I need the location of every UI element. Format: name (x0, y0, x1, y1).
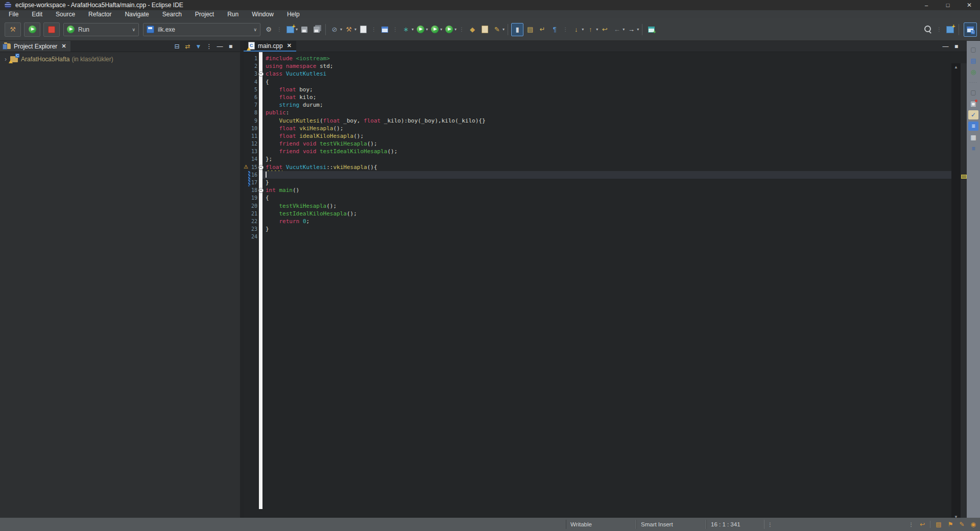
properties-icon[interactable]: ▦ (968, 133, 978, 142)
overview-warning-marker[interactable] (961, 175, 967, 179)
code-line[interactable]: float VucutKutlesi::vkiHesapla(){ (262, 163, 951, 171)
menu-refactor[interactable]: Refactor (82, 10, 118, 18)
previous-annotation-button[interactable]: ↑ (585, 23, 596, 36)
view-menu-icon[interactable]: ⋮ (204, 43, 214, 50)
code-line[interactable]: return 0; (262, 218, 951, 225)
search-flashlight-button[interactable]: ✎ (491, 23, 503, 36)
link-with-editor-icon[interactable]: ⇄ (182, 43, 193, 50)
launch-settings-gear-icon[interactable]: ⚙ (263, 23, 274, 36)
minimize-window-button[interactable]: – (916, 0, 937, 10)
code-line[interactable]: { (262, 78, 951, 86)
code-line[interactable]: #include <iostream> (262, 55, 951, 62)
code-line[interactable]: string durum; (262, 101, 951, 109)
combo-chevron-icon[interactable]: ∨ (253, 27, 257, 32)
code-line[interactable]: float boy; (262, 86, 951, 93)
project-explorer-tree[interactable]: ›ArafatHoca5Hafta(in klasörlükler) (0, 52, 240, 64)
dropdown-caret-icon[interactable]: ▾ (503, 27, 505, 32)
word-wrap-button[interactable]: ↵ (537, 23, 548, 36)
code-line[interactable]: }; (262, 155, 951, 163)
save-all-button[interactable] (311, 23, 322, 36)
menu-file[interactable]: File (2, 10, 25, 18)
menu-navigate[interactable]: Navigate (118, 10, 155, 18)
console-icon[interactable]: ≡ (968, 122, 978, 131)
folding-bar[interactable] (259, 52, 262, 509)
maximize-editor-icon[interactable]: ■ (951, 43, 962, 50)
collapse-all-icon[interactable]: ⊟ (172, 43, 182, 50)
forward-history-button[interactable]: → (626, 23, 637, 36)
open-perspective-button[interactable] (944, 23, 955, 36)
close-window-button[interactable]: ✕ (959, 0, 980, 10)
new-wizard-button[interactable] (284, 23, 296, 36)
code-area[interactable]: #include <iostream>using namespace std;c… (262, 52, 951, 509)
menu-run[interactable]: Run (221, 10, 245, 18)
menu-project[interactable]: Project (188, 10, 221, 18)
menu-help[interactable]: Help (280, 10, 306, 18)
combo-chevron-icon[interactable]: ∨ (132, 27, 135, 32)
code-line[interactable]: float idealKiloHesapla(); (262, 132, 951, 140)
code-line[interactable]: float kilo; (262, 93, 951, 101)
run-as-button[interactable] (429, 23, 440, 36)
dropdown-caret-icon[interactable]: ▾ (440, 27, 442, 32)
restore-views-icon[interactable]: ▢ (968, 45, 978, 54)
code-line[interactable]: class VucutKutlesi (262, 70, 951, 78)
call-hierarchy-icon[interactable]: ≡ (968, 144, 978, 153)
launch-mode-combo[interactable]: Run∨ (63, 23, 139, 36)
documentation-icon[interactable]: ▤ (936, 521, 941, 528)
clipboard-button[interactable] (479, 23, 490, 36)
quick-search-button[interactable] (923, 23, 934, 36)
maximize-window-button[interactable]: □ (937, 0, 959, 10)
quickfix-warning-icon[interactable]: ⚠ (244, 164, 248, 170)
dropdown-caret-icon[interactable]: ▾ (340, 27, 342, 32)
code-line[interactable]: { (262, 194, 951, 202)
restore-views-bottom-icon[interactable]: ▢ (968, 88, 978, 97)
code-line[interactable]: testVkiHesapla(); (262, 202, 951, 210)
code-line[interactable]: float vkiHesapla(); (262, 125, 951, 132)
code-line[interactable]: } (262, 179, 951, 186)
new-document-button[interactable] (357, 23, 369, 36)
coverage-button[interactable]: ∗ (400, 23, 412, 36)
code-line[interactable]: friend void testVkiHesapla(); (262, 140, 951, 148)
outline-icon[interactable]: ▤ (968, 56, 978, 65)
tab-main-cpp[interactable]: main.cpp ✕ (244, 41, 296, 52)
close-project-explorer-icon[interactable]: ✕ (61, 43, 66, 50)
minimize-editor-icon[interactable]: — (940, 43, 951, 50)
filter-icon[interactable]: ▼ (193, 43, 204, 50)
build-targets-icon[interactable]: ◎ (968, 67, 978, 77)
menu-source[interactable]: Source (49, 10, 82, 18)
maximize-view-icon[interactable]: ■ (225, 43, 236, 50)
tasks-icon[interactable]: ✓ (968, 110, 978, 119)
dropdown-caret-icon[interactable]: ▾ (637, 27, 639, 32)
tips-icon[interactable]: ✎ (959, 521, 964, 528)
close-editor-tab-icon[interactable]: ✕ (287, 42, 292, 49)
dropdown-caret-icon[interactable]: ▾ (412, 27, 414, 32)
dropdown-caret-icon[interactable]: ▾ (426, 27, 428, 32)
code-line[interactable]: friend void testIdealKiloHesapla(); (262, 148, 951, 155)
community-icon[interactable]: ◉ (971, 521, 976, 528)
minimize-view-icon[interactable]: — (214, 43, 225, 50)
stop-button[interactable] (43, 22, 60, 37)
dropdown-caret-icon[interactable]: ▾ (296, 27, 298, 32)
menu-search[interactable]: Search (156, 10, 188, 18)
dropdown-caret-icon[interactable]: ▾ (354, 27, 356, 32)
problems-icon[interactable]: ▣ (968, 99, 978, 108)
code-line[interactable]: int main() (262, 186, 951, 194)
menu-edit[interactable]: Edit (25, 10, 49, 18)
learn-icon[interactable]: ⚑ (948, 521, 953, 528)
code-line[interactable]: testIdealKiloHesapla(); (262, 210, 951, 218)
build-project-button[interactable]: ⚒ (5, 22, 21, 37)
menu-window[interactable]: Window (245, 10, 280, 18)
expand-chevron-icon[interactable]: › (2, 56, 9, 63)
tree-item-project[interactable]: ›ArafatHoca5Hafta(in klasörlükler) (0, 55, 240, 64)
profile-button[interactable] (443, 23, 455, 36)
code-line[interactable]: VucutKutlesi(float _boy, float _kilo):bo… (262, 117, 951, 125)
vertical-scrollbar[interactable]: ▲ ▼ (951, 63, 961, 520)
dropdown-caret-icon[interactable]: ▾ (582, 27, 584, 32)
debug-button[interactable] (415, 23, 426, 36)
dropdown-caret-icon[interactable]: ▾ (596, 27, 598, 32)
back-history-button[interactable]: ← (611, 23, 623, 36)
overview-ruler[interactable] (961, 63, 967, 520)
panel-sash[interactable] (240, 41, 244, 518)
build-all-button[interactable]: ⚒ (343, 23, 354, 36)
mark-occurrences-toggle[interactable]: ▮ (511, 23, 523, 36)
code-line[interactable] (262, 171, 951, 179)
